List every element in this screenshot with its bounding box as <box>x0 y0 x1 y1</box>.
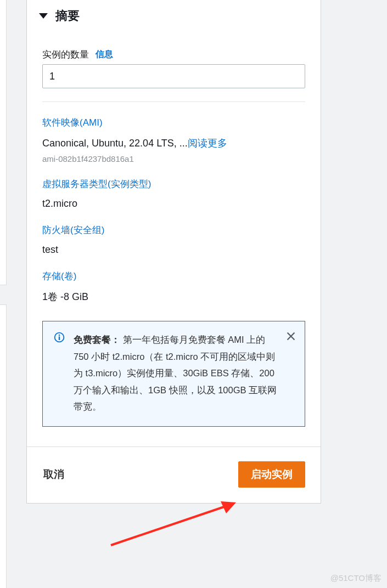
free-tier-callout: 免费套餐： 第一年包括每月免费套餐 AMI 上的 750 小时 t2.micro… <box>42 321 305 427</box>
info-icon <box>54 332 65 343</box>
panel-header[interactable]: 摘要 <box>27 0 321 34</box>
instance-count-input[interactable] <box>42 64 305 88</box>
ami-section-link[interactable]: 软件映像(AMI) <box>42 116 305 129</box>
svg-point-1 <box>59 335 60 336</box>
ami-id: ami-082b1f4237bd816a1 <box>42 154 305 163</box>
summary-panel: 摘要 实例的数量 信息 软件映像(AMI) Canonical, Ubuntu,… <box>26 0 321 504</box>
close-icon[interactable] <box>285 330 297 342</box>
ami-name-row: Canonical, Ubuntu, 22.04 LTS, ...阅读更多 <box>42 137 305 150</box>
security-group-value: test <box>42 244 305 256</box>
caret-down-icon <box>39 13 48 19</box>
instance-count-label: 实例的数量 <box>42 48 89 61</box>
storage-section-link[interactable]: 存储(卷) <box>42 270 305 282</box>
svg-rect-2 <box>59 336 60 340</box>
cancel-button[interactable]: 取消 <box>42 465 65 484</box>
panel-footer: 取消 启动实例 <box>27 446 321 503</box>
instance-type-value: t2.micro <box>42 198 305 210</box>
instance-type-section-link[interactable]: 虚拟服务器类型(实例类型) <box>42 178 305 190</box>
callout-body: 免费套餐： 第一年包括每月免费套餐 AMI 上的 750 小时 t2.micro… <box>74 331 295 415</box>
read-more-link[interactable]: 阅读更多 <box>188 138 227 149</box>
callout-title: 免费套餐： <box>74 335 120 344</box>
security-group-section-link[interactable]: 防火墙(安全组) <box>42 224 305 236</box>
launch-instance-button[interactable]: 启动实例 <box>238 461 305 488</box>
svg-line-5 <box>111 506 227 545</box>
background-panel-edge-top <box>0 0 7 285</box>
ami-name: Canonical, Ubuntu, 22.04 LTS, ... <box>42 138 188 149</box>
background-panel-edge-bottom <box>0 304 7 588</box>
info-link[interactable]: 信息 <box>96 49 113 60</box>
watermark: @51CTO博客 <box>330 573 382 584</box>
callout-text: 第一年包括每月免费套餐 AMI 上的 750 小时 t2.micro（在 t2.… <box>74 335 277 411</box>
storage-value: 1卷 -8 GiB <box>42 290 305 303</box>
panel-title: 摘要 <box>55 8 80 24</box>
divider-1 <box>42 101 305 102</box>
